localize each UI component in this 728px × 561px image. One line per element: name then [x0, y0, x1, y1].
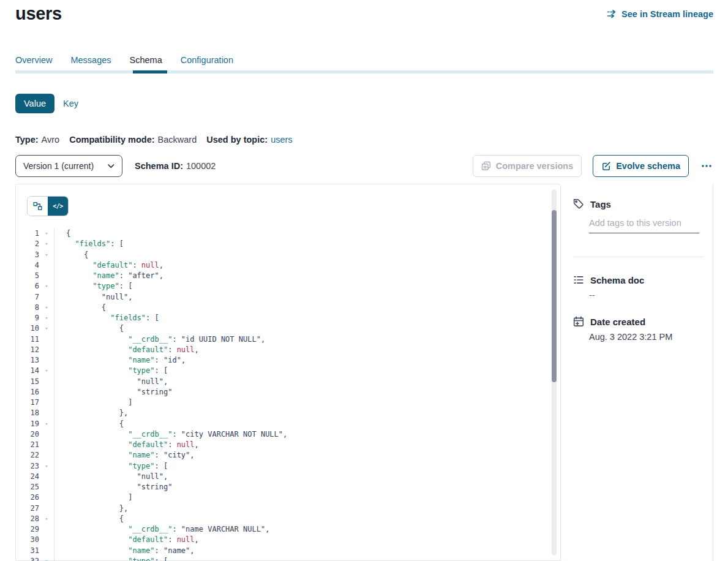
compare-versions-button[interactable]: Compare versions: [473, 155, 582, 177]
code-line: 25 "string": [16, 482, 560, 492]
code-line-content: "name": "city",: [54, 450, 560, 461]
more-actions-button[interactable]: [700, 164, 713, 168]
line-number: 10: [16, 323, 39, 334]
used-by-topic: Used by topic:users: [206, 135, 292, 145]
line-number: 20: [16, 429, 39, 440]
tab-overview[interactable]: Overview: [15, 55, 52, 65]
code-line: 11 "__crdb__": "id UUID NOT NULL",: [16, 334, 560, 345]
schema-id-label: Schema ID:: [135, 161, 183, 171]
line-number: 32: [16, 556, 39, 561]
code-line: 22 "name": "city",: [16, 450, 560, 461]
code-line-content: "type": [: [54, 366, 560, 376]
line-number: 17: [16, 397, 39, 408]
editor-scrollbar-thumb[interactable]: [552, 210, 557, 382]
line-number: 9: [16, 313, 39, 323]
code-line: 21 "default": null,: [16, 440, 560, 450]
code-line: 3▾ {: [16, 250, 560, 260]
fold-arrow-icon[interactable]: ▾: [39, 461, 54, 472]
code-line: 19▾ {: [16, 419, 560, 429]
line-number: 28: [16, 514, 39, 524]
fold-arrow-icon[interactable]: ▾: [39, 228, 54, 239]
line-number: 15: [16, 377, 39, 387]
code-line: 2▾ "fields": [: [16, 239, 560, 249]
fold-arrow-icon[interactable]: ▾: [39, 239, 54, 249]
code-line: 27 },: [16, 503, 560, 514]
line-number: 6: [16, 281, 39, 292]
code-line-content: },: [54, 408, 560, 418]
fold-arrow-icon[interactable]: ▾: [39, 514, 54, 524]
line-number: 5: [16, 271, 39, 281]
tab-schema[interactable]: Schema: [130, 55, 162, 65]
stream-lineage-link[interactable]: See in Stream lineage: [607, 9, 713, 19]
code-line-content: "null",: [54, 472, 560, 482]
compare-versions-label: Compare versions: [496, 161, 574, 171]
code-line-content: "fields": [: [54, 239, 560, 249]
page-title: users: [15, 4, 62, 24]
line-number: 26: [16, 492, 39, 503]
fold-arrow-icon[interactable]: ▾: [39, 323, 54, 334]
code-view-button[interactable]: </>: [48, 197, 68, 216]
tree-view-button[interactable]: [28, 197, 48, 216]
line-number: 3: [16, 250, 39, 260]
code-line: 7 "null",: [16, 292, 560, 303]
tab-configuration[interactable]: Configuration: [181, 55, 233, 65]
schema-type-value: Avro: [42, 135, 60, 145]
code-line: 28▾ {: [16, 514, 560, 524]
fold-arrow-icon[interactable]: ▾: [39, 250, 54, 260]
value-schema-button[interactable]: Value: [15, 94, 54, 113]
tags-input[interactable]: [589, 218, 699, 233]
topic-link[interactable]: users: [271, 135, 292, 145]
code-line-content: "null",: [54, 292, 560, 303]
line-number: 13: [16, 355, 39, 366]
schema-doc-value: --: [589, 290, 595, 300]
view-toggle: </>: [27, 196, 69, 216]
tab-bar: OverviewMessagesSchemaConfiguration: [15, 55, 233, 65]
code-line-content: "default": null,: [54, 440, 560, 450]
line-number: 16: [16, 387, 39, 397]
tags-section-title: Tags: [573, 198, 611, 209]
more-icon: [701, 164, 712, 168]
compatibility-mode: Compatibility mode:Backward: [69, 135, 197, 145]
fold-arrow-icon[interactable]: ▾: [39, 419, 54, 429]
line-number: 24: [16, 472, 39, 482]
evolve-schema-button[interactable]: Evolve schema: [593, 155, 689, 177]
sidebar-divider: [573, 257, 703, 257]
fold-arrow-icon[interactable]: ▾: [39, 366, 54, 376]
code-line: 17 ]: [16, 397, 560, 408]
key-schema-button[interactable]: Key: [63, 94, 78, 113]
code-line: 24 "null",: [16, 472, 560, 482]
tab-messages[interactable]: Messages: [70, 55, 111, 65]
code-line: 10▾ {: [16, 323, 560, 334]
code-line-content: "__crdb__": "name VARCHAR NULL",: [54, 524, 560, 535]
code-line-content: "default": null,: [54, 535, 560, 545]
code-line-content: "__crdb__": "id UUID NOT NULL",: [54, 334, 560, 345]
code-line: 9▾ "fields": [: [16, 313, 560, 323]
schema-meta-row: Type:Avro Compatibility mode:Backward Us…: [15, 135, 302, 145]
fold-arrow-icon[interactable]: ▾: [39, 313, 54, 323]
fold-arrow-icon[interactable]: ▾: [39, 281, 54, 292]
code-line-content: "name": "after",: [54, 271, 560, 281]
version-select[interactable]: Version 1 (current): [15, 155, 122, 177]
code-line-content: "type": [: [54, 461, 560, 472]
code-line: 13 "name": "id",: [16, 355, 560, 366]
code-line: 6▾ "type": [: [16, 281, 560, 292]
fold-arrow-icon[interactable]: ▾: [39, 556, 54, 561]
fold-arrow-icon[interactable]: ▾: [39, 303, 54, 313]
code-line: 23▾ "type": [: [16, 461, 560, 472]
line-number: 2: [16, 239, 39, 249]
schema-type: Type:Avro: [15, 135, 59, 145]
date-created-section-title: Date created: [573, 316, 645, 327]
code-line-content: },: [54, 503, 560, 514]
compatibility-mode-label: Compatibility mode:: [69, 135, 154, 145]
line-number: 1: [16, 228, 39, 239]
code-line-content: "string": [54, 387, 560, 397]
used-by-topic-label: Used by topic:: [206, 135, 268, 145]
code-editor[interactable]: 1▾{2▾ "fields": [3▾ {4 "default": null,5…: [16, 228, 560, 561]
code-line-content: "__crdb__": "city VARCHAR NOT NULL",: [54, 429, 560, 440]
code-line: 4 "default": null,: [16, 260, 560, 271]
line-number: 31: [16, 546, 39, 556]
code-line-content: "string": [54, 482, 560, 492]
code-line-content: "name": "name",: [54, 546, 560, 556]
schema-doc-title: Schema doc: [590, 275, 644, 285]
code-line: 32▾ "type": [: [16, 556, 560, 561]
